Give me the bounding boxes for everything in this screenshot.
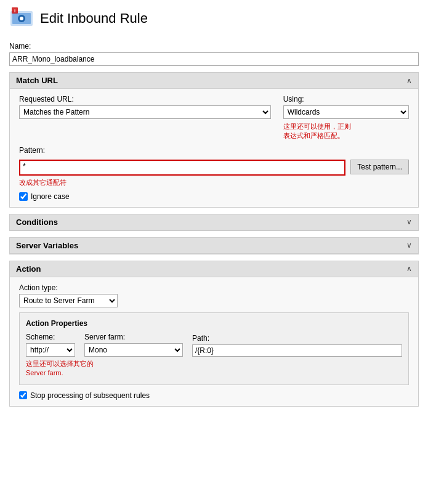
name-input[interactable] — [9, 52, 419, 66]
page-header: i Edit Inbound Rule — [9, 6, 419, 36]
requested-url-label: Requested URL: — [19, 95, 271, 104]
pattern-note: 改成其它通配符 — [19, 178, 409, 187]
action-title: Action — [16, 264, 41, 274]
server-farm-group: Server farm: Mono — [84, 333, 183, 357]
route-server-note: 这里还可以选择其它的 Server farm. — [26, 359, 402, 378]
server-variables-title: Server Variables — [16, 241, 78, 250]
action-properties-label: Action Properties — [26, 319, 402, 328]
server-farm-label: Server farm: — [84, 333, 183, 341]
name-label: Name: — [9, 42, 419, 51]
page-title: Edit Inbound Rule — [40, 10, 148, 26]
match-url-section: Match URL ∧ Requested URL: Matches the P… — [9, 72, 419, 208]
match-url-body: Requested URL: Matches the Pattern Using… — [10, 89, 418, 207]
pattern-prefix: * — [20, 161, 36, 174]
stop-processing-row: Stop processing of subsequent rules — [19, 391, 409, 400]
main-container: i Edit Inbound Rule Name: Match URL ∧ Re… — [0, 0, 428, 504]
match-url-header[interactable]: Match URL ∧ — [10, 73, 418, 89]
match-url-chevron-up-icon: ∧ — [406, 76, 412, 85]
stop-processing-checkbox[interactable] — [19, 391, 27, 399]
action-type-label: Action type: — [19, 283, 409, 292]
conditions-section: Conditions ∨ — [9, 214, 419, 231]
svg-text:i: i — [14, 8, 15, 14]
action-header[interactable]: Action ∧ — [10, 261, 418, 277]
server-variables-header[interactable]: Server Variables ∨ — [10, 238, 418, 254]
ignore-case-checkbox[interactable] — [19, 192, 28, 201]
url-row: Requested URL: Matches the Pattern Using… — [19, 95, 409, 141]
path-group: Path: — [192, 334, 402, 357]
server-variables-section: Server Variables ∨ — [9, 237, 419, 254]
ignore-case-row: Ignore case — [19, 192, 409, 201]
path-label: Path: — [192, 334, 402, 343]
using-select[interactable]: Wildcards — [283, 105, 409, 119]
using-label: Using: — [283, 95, 409, 104]
action-body: Action type: Route to Server Farm Action… — [10, 277, 418, 406]
requested-url-group: Requested URL: Matches the Pattern — [19, 95, 271, 141]
action-type-group: Action type: Route to Server Farm — [19, 283, 409, 307]
action-section: Action ∧ Action type: Route to Server Fa… — [9, 261, 419, 407]
conditions-title: Conditions — [16, 217, 58, 227]
scheme-label: Scheme: — [26, 333, 75, 341]
server-farm-select[interactable]: Mono — [84, 343, 183, 357]
pattern-input-wrapper: * — [19, 160, 345, 176]
action-chevron-up-icon: ∧ — [406, 264, 412, 273]
match-url-title: Match URL — [16, 76, 58, 85]
svg-point-3 — [20, 17, 23, 20]
conditions-chevron-down-icon: ∨ — [406, 217, 412, 226]
ignore-case-label: Ignore case — [31, 192, 70, 201]
scheme-select[interactable]: http:// — [26, 343, 75, 357]
action-properties-box: Action Properties Scheme: http:// Server… — [19, 312, 409, 385]
server-variables-chevron-down-icon: ∨ — [406, 241, 412, 250]
using-note: 这里还可以使用，正则 表达式和严格匹配。 — [283, 122, 409, 141]
path-input[interactable] — [192, 344, 402, 357]
pattern-input[interactable] — [36, 161, 344, 174]
pattern-label: Pattern: — [19, 146, 409, 155]
pattern-section: Pattern: * Test pattern... 改成其它通配符 — [19, 146, 409, 187]
conditions-header[interactable]: Conditions ∨ — [10, 214, 418, 230]
test-pattern-button[interactable]: Test pattern... — [350, 160, 409, 174]
action-type-select[interactable]: Route to Server Farm — [19, 294, 118, 307]
pattern-row: * Test pattern... — [19, 160, 409, 176]
action-properties-row: Scheme: http:// Server farm: Mono Path: — [26, 333, 402, 357]
name-section: Name: — [9, 42, 419, 66]
scheme-group: Scheme: http:// — [26, 333, 75, 357]
header-icon: i — [9, 6, 34, 31]
requested-url-select[interactable]: Matches the Pattern — [19, 105, 271, 119]
stop-processing-label: Stop processing of subsequent rules — [30, 391, 150, 400]
using-group: Using: Wildcards 这里还可以使用，正则 表达式和严格匹配。 — [283, 95, 409, 141]
